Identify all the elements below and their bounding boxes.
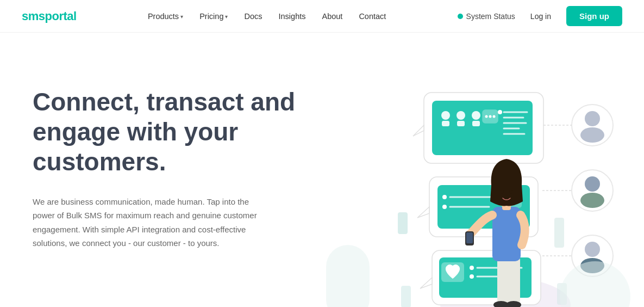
hero-illustration [315,65,630,307]
status-dot-icon [458,14,463,19]
svg-point-25 [442,205,447,209]
nav-pricing[interactable]: Pricing ▾ [193,8,234,25]
main-content: Connect, transact and engage with your c… [0,33,644,307]
nav-docs[interactable]: Docs [237,8,268,25]
svg-point-43 [585,111,600,126]
bg-decoration-left [326,245,370,307]
logo-text-start: sms [22,9,45,23]
svg-rect-9 [472,121,480,126]
svg-point-47 [580,193,604,208]
main-nav: Products ▾ Pricing ▾ Docs Insights About… [141,8,392,25]
svg-rect-7 [457,121,465,126]
chevron-down-icon: ▾ [225,14,228,20]
svg-point-8 [472,111,480,120]
svg-rect-55 [508,256,520,305]
svg-marker-31 [420,278,432,288]
logo-text-end: ortal [52,9,77,23]
svg-point-13 [493,115,496,118]
svg-rect-39 [401,286,411,307]
hero-title: Connect, transact and engage with your c… [33,87,315,177]
svg-point-49 [585,242,600,257]
nav-insights[interactable]: Insights [272,8,312,25]
svg-marker-2 [413,125,424,136]
logo[interactable]: smsportal [22,9,77,23]
login-button[interactable]: Log in [524,8,558,25]
svg-point-46 [585,176,600,192]
header-right: System Status Log in Sign up [458,6,622,26]
svg-rect-38 [398,212,408,234]
svg-point-19 [498,110,502,114]
svg-rect-5 [442,121,449,126]
nav-about[interactable]: About [315,8,349,25]
svg-point-34 [470,266,474,270]
svg-rect-54 [497,256,509,305]
svg-point-64 [509,190,512,194]
svg-point-4 [441,111,450,120]
logo-highlight: p [45,9,52,23]
header: smsportal Products ▾ Pricing ▾ Docs Insi… [0,0,644,33]
svg-rect-40 [554,218,564,248]
svg-point-36 [470,274,474,279]
svg-point-11 [485,115,488,118]
left-content: Connect, transact and engage with your c… [33,65,315,250]
nav-products[interactable]: Products ▾ [141,8,190,25]
hero-description: We are business communication, made huma… [33,195,266,250]
signup-button[interactable]: Sign up [566,6,622,26]
chevron-down-icon: ▾ [180,14,183,20]
svg-point-23 [442,195,447,199]
svg-point-12 [489,115,492,118]
svg-rect-60 [466,232,473,243]
system-status-label: System Status [466,12,515,21]
svg-point-44 [580,127,604,143]
nav-contact[interactable]: Contact [352,8,392,25]
svg-point-6 [457,111,465,120]
system-status[interactable]: System Status [458,12,515,21]
svg-marker-21 [417,207,429,218]
svg-point-63 [501,190,504,194]
